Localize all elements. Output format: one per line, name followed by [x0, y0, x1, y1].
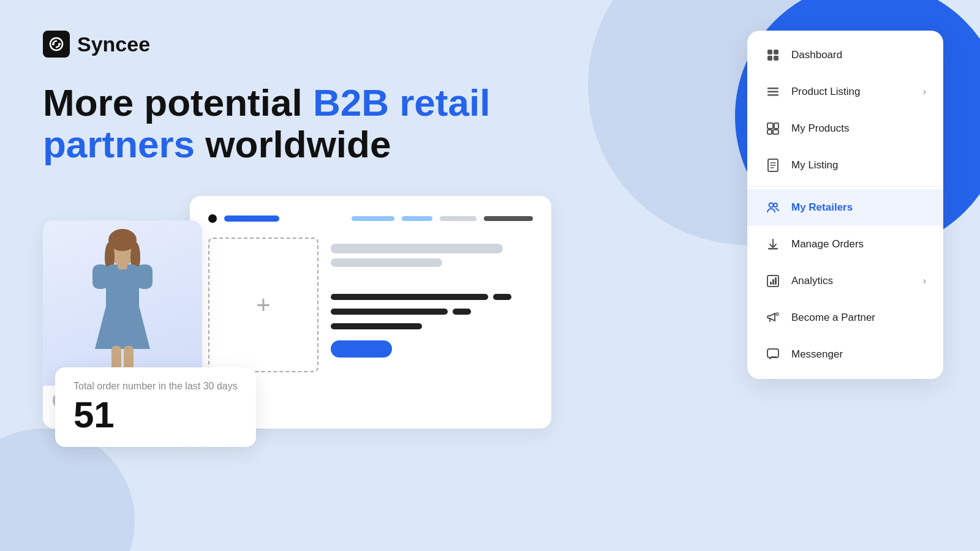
svg-rect-32 [772, 279, 774, 285]
hero-line2-blue: partners [43, 123, 195, 165]
svg-rect-20 [774, 123, 778, 129]
cl-full-1 [331, 294, 488, 300]
svg-rect-33 [775, 277, 777, 285]
order-number-card: Total order number in the last 30 days 5… [55, 367, 256, 447]
content-line-med [331, 258, 442, 267]
svg-point-1 [58, 43, 61, 45]
order-card-label: Total order number in the last 30 days [74, 381, 238, 392]
dashboard-icon [764, 47, 782, 64]
ui-card-topbar [208, 214, 533, 223]
woman-figure [83, 227, 162, 380]
svg-rect-21 [767, 130, 772, 134]
hero-line2-black: worldwide [195, 123, 391, 165]
svg-rect-11 [118, 262, 127, 269]
brand-name: Syncee [77, 32, 150, 56]
ui-card-body: + [208, 238, 533, 372]
bar2 [352, 216, 394, 221]
sidebar-label-my-listing: My Listing [791, 159, 926, 171]
action-button-blue[interactable] [331, 340, 392, 358]
download-icon [764, 236, 782, 253]
upload-box[interactable]: + [208, 238, 318, 372]
megaphone-icon [764, 309, 782, 326]
cl-med2 [331, 309, 448, 315]
product-image [43, 220, 202, 386]
content-row-3 [331, 323, 533, 329]
sidebar-label-product-listing: Product Listing [791, 86, 913, 98]
cl-med3 [331, 323, 422, 329]
analytics-icon [764, 272, 782, 290]
bar1 [224, 216, 279, 222]
svg-point-34 [776, 313, 778, 315]
svg-rect-31 [770, 282, 772, 285]
svg-point-0 [52, 43, 55, 45]
hero-line1-black: More potential [43, 81, 313, 124]
sidebar-item-become-partner[interactable]: Become a Partner [747, 299, 943, 336]
bar4 [440, 216, 477, 221]
plus-icon: + [256, 291, 270, 319]
svg-rect-15 [774, 56, 778, 61]
chat-icon [764, 346, 782, 363]
order-card-number: 51 [74, 397, 238, 433]
dot-bullet [208, 214, 217, 223]
sidebar-item-manage-orders[interactable]: Manage Orders [747, 226, 943, 263]
sidebar-label-become-partner: Become a Partner [791, 312, 926, 324]
content-row-2 [331, 309, 533, 315]
ui-card-right [331, 238, 533, 372]
svg-rect-29 [768, 248, 778, 250]
sidebar-label-my-retailers: My Retailers [791, 201, 926, 214]
sidebar-item-my-products[interactable]: My Products [747, 110, 943, 147]
content-lines-top [331, 244, 533, 267]
list-icon [764, 83, 782, 100]
logo-icon [43, 31, 70, 58]
svg-rect-13 [774, 50, 778, 54]
gallery-icon [764, 120, 782, 137]
content-line-wide [331, 244, 503, 253]
svg-point-27 [769, 203, 774, 208]
sidebar-item-my-listing[interactable]: My Listing [747, 147, 943, 184]
svg-rect-35 [767, 349, 778, 358]
bar3 [402, 216, 432, 221]
chevron-icon-product-listing: › [923, 86, 926, 97]
cl-sm-2 [453, 309, 471, 315]
sidebar-label-dashboard: Dashboard [791, 49, 926, 61]
cl-sm-1 [493, 294, 511, 300]
group-icon [764, 199, 782, 216]
sidebar-label-my-products: My Products [791, 122, 926, 135]
hero-heading: More potential B2B retail partners world… [43, 82, 545, 165]
svg-rect-8 [137, 264, 153, 289]
sidebar-item-dashboard[interactable]: Dashboard [747, 37, 943, 73]
svg-rect-16 [767, 88, 778, 89]
svg-rect-18 [767, 94, 778, 96]
svg-point-28 [774, 203, 777, 207]
sidebar-item-messenger[interactable]: Messenger [747, 336, 943, 373]
sidebar-label-analytics: Analytics [791, 275, 913, 287]
bar5 [484, 216, 533, 221]
svg-rect-12 [767, 50, 772, 54]
sidebar-panel: DashboardProduct Listing›My ProductsMy L… [747, 31, 943, 379]
svg-rect-17 [767, 91, 778, 93]
svg-rect-22 [773, 130, 778, 134]
svg-rect-7 [92, 264, 108, 289]
svg-rect-19 [767, 123, 773, 129]
sidebar-item-product-listing[interactable]: Product Listing› [747, 73, 943, 110]
chevron-icon-analytics: › [923, 276, 926, 287]
sidebar-item-analytics[interactable]: Analytics› [747, 263, 943, 299]
sidebar-item-my-retailers[interactable]: My Retailers [747, 189, 943, 226]
svg-rect-14 [767, 56, 772, 61]
doc-icon [764, 157, 782, 174]
sidebar-divider [747, 186, 943, 187]
hero-line1-blue: B2B retail [313, 81, 490, 124]
sidebar-label-messenger: Messenger [791, 348, 926, 361]
content-row-1 [331, 294, 533, 300]
sidebar-label-manage-orders: Manage Orders [791, 238, 926, 250]
